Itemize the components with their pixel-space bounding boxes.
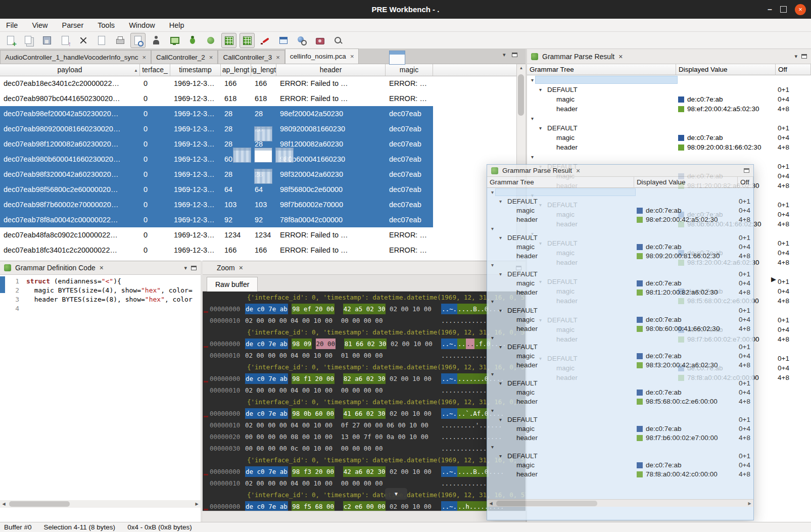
- tree-packet-node[interactable]: ▾: [487, 224, 753, 233]
- tree-magic-row[interactable]: magicde:c0:7e:ab0+4: [527, 94, 811, 104]
- close-window-icon[interactable]: ×: [576, 167, 580, 175]
- tree-default-node[interactable]: ▾DEFAULT0+1: [527, 123, 811, 133]
- tree-magic-row[interactable]: magicde:c0:7e:ab0+4: [487, 352, 753, 361]
- column-header-ig_lengt[interactable]: ig_lengt: [251, 64, 276, 76]
- column-header-timestamp[interactable]: timestamp: [170, 64, 221, 76]
- tree-default-node[interactable]: ▾DEFAULT0+1: [487, 270, 753, 279]
- scroll-up-icon[interactable]: ▲: [517, 64, 526, 72]
- cut-icon[interactable]: [76, 33, 91, 48]
- tab-CallController_3[interactable]: CallController_3×: [218, 50, 284, 64]
- packet-row[interactable]: dec07eab48fa8c0902c10000022…01969-12-3…1…: [0, 227, 516, 243]
- packet-row[interactable]: dec07eab18ec3401c2c20000022…01969-12-3…1…: [0, 76, 516, 91]
- tree-packet-node[interactable]: ▾: [527, 152, 811, 162]
- column-header-off[interactable]: Off: [738, 177, 753, 188]
- titlebar[interactable]: PRE Workbench - . – ×: [0, 0, 811, 19]
- floating-tree-body[interactable]: ▾▾DEFAULT0+1magicde:c0:7e:ab0+4header98:…: [487, 188, 753, 498]
- close-panel-icon[interactable]: ×: [618, 53, 623, 61]
- tab-close-icon[interactable]: ×: [350, 53, 354, 60]
- tree-header-row[interactable]: header98:f3:20:00:42:a6:02:304+8: [487, 361, 753, 370]
- tree-header-row[interactable]: header98:09:20:00:81:66:02:304+8: [527, 142, 811, 152]
- code-line[interactable]: struct (endianness="<"){: [26, 277, 201, 286]
- hex-line[interactable]: 0000001002 00 00 00 04 00 10 00 00 00 00…: [203, 477, 526, 489]
- column-header-grammar-tree[interactable]: Grammar Tree: [527, 64, 676, 75]
- column-header-grammar-tree[interactable]: Grammar Tree: [487, 177, 634, 188]
- tab-CallController_2[interactable]: CallController_2×: [151, 50, 218, 64]
- tab-list-dropdown-icon[interactable]: ▾: [503, 52, 506, 58]
- tree-header-row[interactable]: header98:ef:20:00:42:a5:02:304+8: [527, 104, 811, 114]
- hex-line[interactable]: 00000000de c0 7e ab 98 f1 20 00 82 a6 02…: [203, 373, 526, 384]
- world-icon[interactable]: [203, 33, 218, 48]
- menu-file[interactable]: File: [5, 21, 19, 29]
- tree-packet-node[interactable]: ▾: [487, 297, 753, 306]
- tree-magic-row[interactable]: magicde:c0:7e:ab0+4: [487, 315, 753, 324]
- tree-packet-node[interactable]: ▾: [487, 188, 753, 197]
- panel-menu-icon[interactable]: ▾: [184, 265, 187, 271]
- tree-default-node[interactable]: ▾DEFAULT0+1: [487, 233, 753, 243]
- tree-magic-row[interactable]: magicde:c0:7e:ab0+4: [487, 206, 753, 215]
- packet-row[interactable]: dec07eab98f56800c2e60000020…01969-12-3…6…: [0, 182, 516, 197]
- close-panel-icon[interactable]: ×: [239, 264, 243, 272]
- tree-header-row[interactable]: header98:f7:b6:00:02:e7:00:004+8: [487, 433, 753, 443]
- tree-packet-node[interactable]: ▾: [527, 114, 811, 123]
- tab-close-icon[interactable]: ×: [142, 54, 146, 61]
- hex-line[interactable]: 0000001002 00 00 00 04 00 10 00 00 00 00…: [203, 384, 526, 396]
- packet-row[interactable]: dec07eab98f7b60002e70000020…01969-12-3…1…: [0, 197, 516, 212]
- packet-row[interactable]: dec07eab18fc3401c2c20000022…01969-12-3…1…: [0, 243, 516, 258]
- save-icon[interactable]: [39, 33, 55, 48]
- tree-magic-row[interactable]: magicde:c0:7e:ab0+4: [487, 424, 753, 433]
- dock-target-left[interactable]: [233, 148, 251, 163]
- tree-header-row[interactable]: header98:f1:20:00:82:a6:02:304+8: [487, 288, 753, 297]
- tree-default-node[interactable]: ▾DEFAULT0+1: [487, 306, 753, 315]
- screenshot-icon[interactable]: [167, 33, 182, 48]
- column-header-terface_[interactable]: terface_: [140, 64, 170, 76]
- hex-line[interactable]: 00000000de c0 7e ab 98 f3 20 00 42 a6 02…: [203, 466, 526, 477]
- hex-line[interactable]: 0000001002 00 00 00 04 00 10 00 00 00 00…: [203, 315, 526, 326]
- hex-line[interactable]: 0000003000 00 00 00 0c 00 10 00 00 00 00…: [203, 443, 526, 454]
- hex-line[interactable]: 00000000de c0 7e ab 98 f5 68 00 c2 e6 00…: [203, 501, 526, 511]
- camera-icon[interactable]: [312, 33, 327, 48]
- tree-header-row[interactable]: header98:0b:60:00:41:66:02:304+8: [487, 324, 753, 333]
- tab-cellinfo_nosim.pca[interactable]: cellinfo_nosim.pca×: [285, 49, 359, 64]
- tree-magic-row[interactable]: magicde:c0:7e:ab0+4: [487, 243, 753, 252]
- tree-magic-row[interactable]: magicde:c0:7e:ab0+4: [487, 279, 753, 288]
- tree-header-row[interactable]: header98:09:20:00:81:66:02:304+8: [487, 252, 753, 261]
- marker-icon[interactable]: [258, 33, 273, 48]
- tree-header-row[interactable]: header78:f8:a0:00:42:c0:00:004+8: [487, 470, 753, 479]
- tree-default-node[interactable]: ▾DEFAULT0+1: [527, 85, 811, 94]
- code-line[interactable]: [26, 304, 201, 313]
- tree-magic-row[interactable]: magicde:c0:7e:ab0+4: [487, 388, 753, 397]
- code-hscrollbar[interactable]: ◀ ▶: [0, 500, 201, 508]
- packet-row[interactable]: dec07eab9807bc0441650230020…01969-12-3…6…: [0, 91, 516, 106]
- column-header-header[interactable]: header: [276, 64, 386, 76]
- menu-view[interactable]: View: [31, 21, 49, 29]
- code-line[interactable]: header BYTES(size=(8), show="hex", color: [26, 295, 201, 304]
- tree-packet-node[interactable]: ▾: [487, 370, 753, 379]
- dock-target-top[interactable]: [254, 126, 272, 141]
- debug-icon[interactable]: [185, 33, 200, 48]
- preview-icon[interactable]: [130, 33, 146, 48]
- close-panel-icon[interactable]: ×: [100, 264, 104, 272]
- tab-AudioController_1_handleVocoderInfo_sync[interactable]: AudioController_1_handleVocoderInfo_sync…: [0, 50, 151, 64]
- hscrollbar-thumb[interactable]: [9, 501, 70, 507]
- tree-default-node[interactable]: ▾DEFAULT0+1: [487, 379, 753, 388]
- scroll-left-icon[interactable]: ◀: [0, 500, 8, 508]
- float-panel-icon[interactable]: [191, 266, 197, 270]
- detach-editor-icon[interactable]: [512, 53, 517, 57]
- column-header-displayed-value[interactable]: Displayed Value: [676, 64, 776, 75]
- hscrollbar-thumb[interactable]: [496, 501, 597, 506]
- hex-line[interactable]: 00000000de c0 7e ab 98 0b 60 00 41 66 02…: [203, 408, 526, 419]
- scrollbar-thumb[interactable]: [518, 74, 524, 116]
- copy-icon[interactable]: [21, 33, 36, 48]
- tree-scroll-right-icon[interactable]: ▶: [771, 275, 776, 283]
- grid-view-icon[interactable]: [221, 33, 236, 48]
- new-document-icon[interactable]: [3, 33, 18, 48]
- scroll-right-icon[interactable]: ▶: [746, 500, 753, 507]
- grid-view-2-icon[interactable]: [240, 33, 255, 48]
- column-header-displayed-value[interactable]: Displayed Value: [634, 177, 738, 188]
- tree-default-node[interactable]: ▾DEFAULT0+1: [487, 343, 753, 352]
- export-icon[interactable]: [58, 33, 73, 48]
- close-button[interactable]: ×: [795, 4, 806, 15]
- hex-line[interactable]: 00000000de c0 7e ab 98 ef 20 00 42 a5 02…: [203, 303, 526, 315]
- print-icon[interactable]: [112, 33, 127, 48]
- dock-target-right[interactable]: [275, 148, 294, 163]
